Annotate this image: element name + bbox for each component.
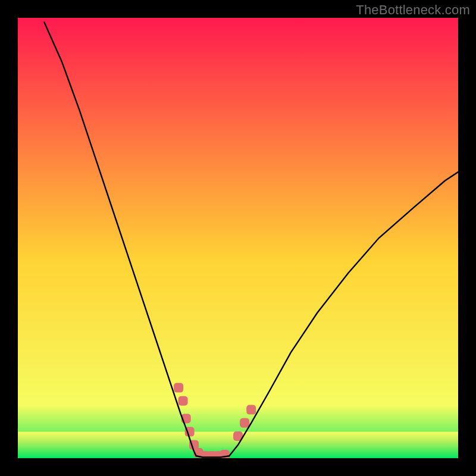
marker-right-cluster xyxy=(240,418,249,428)
chart-frame: TheBottleneck.com xyxy=(0,0,476,476)
marker-left-cluster xyxy=(174,383,183,393)
gradient-background xyxy=(18,18,458,458)
marker-right-cluster xyxy=(246,405,256,415)
watermark-text: TheBottleneck.com xyxy=(356,2,470,18)
bottleneck-chart xyxy=(18,18,458,458)
marker-left-cluster xyxy=(178,396,188,406)
